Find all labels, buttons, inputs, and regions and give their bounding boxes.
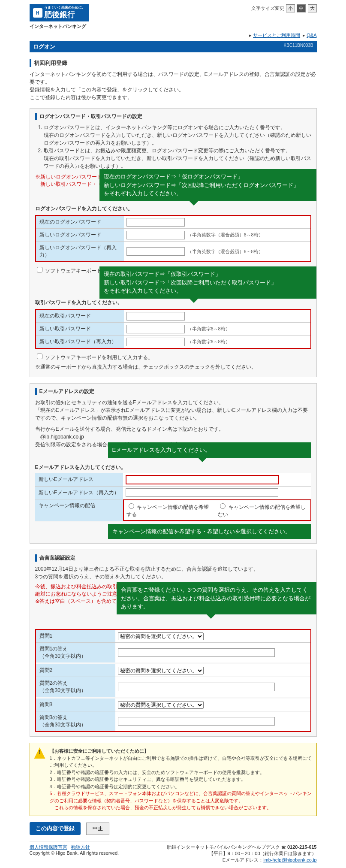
input-new-logon-pw[interactable] [126, 231, 185, 239]
chk-soft-kb-1[interactable] [37, 267, 42, 272]
font-size-label: 文字サイズ変更 [251, 6, 284, 11]
intro-text: インターネットバンキングを初めてご利用する場合は、パスワードの設定、Eメールアド… [30, 70, 317, 101]
txn-pw-caption: 取引パスワードを入力してください。 [35, 299, 311, 306]
label-new-logon-pw: 新しいログオンパスワード [36, 229, 124, 241]
screen-code: KBC11BN003B [284, 43, 313, 51]
input-current-txn-pw[interactable] [126, 312, 185, 321]
link-privacy[interactable]: 個人情報保護宣言 [30, 844, 67, 850]
pw-section-heading: ログオンパスワード・取引パスワードの設定 [35, 113, 311, 120]
secret-section-heading: 合言葉認証設定 [35, 554, 311, 562]
email-section-heading: Eメールアドレスの設定 [35, 388, 311, 395]
input-new-email-confirm[interactable] [126, 488, 278, 497]
submit-button[interactable]: この内容で登録 [30, 822, 81, 835]
link-policy[interactable]: 勧誘方針 [71, 844, 90, 850]
soft-kb-note-2: ※通常のキーボードから直接入力する場合は、チェックボックスのチェックを外してくだ… [35, 363, 311, 371]
label-current-logon-pw: 現在のログオンパスワード [36, 216, 124, 228]
link-help-mail[interactable]: imb-help@higobank.co.jp [263, 857, 316, 862]
safety-title: 【お客様に安全にご利用していただくために】 [50, 748, 149, 753]
pw-description: ログオンパスワードとは、インターネットバンキング等にログオンする場合にご入力いた… [37, 124, 311, 170]
secret-desc: 2000年12月14日より第三者による不正な取引を防止するために、合言葉認証を追… [35, 565, 311, 581]
secret-tip: 合言葉をご登録ください。3つの質問を選択のうえ、その答えを入力してください。合言… [117, 582, 316, 614]
label-new-logon-pw-confirm: 新しいログオンパスワード（再入力） [36, 242, 124, 261]
email-caption: Eメールアドレスを入力してください。 [35, 464, 311, 471]
txn-pw-form: 現在の取引パスワード 新しい取引パスワード （半角数字6～8桁） 新しい取引パス… [35, 309, 311, 349]
warning-icon [34, 747, 45, 759]
campaign-tip: キャンペーン情報の配信を希望する・希望しないを選択してください。 [108, 524, 311, 539]
font-size-control: 文字サイズ変更 小 中 大 [251, 4, 316, 12]
input-new-logon-pw-confirm[interactable] [126, 247, 185, 256]
bank-name: 肥後銀行 [44, 10, 75, 19]
input-new-email[interactable] [126, 475, 279, 484]
safety-warning: 【お客様に安全にご利用していただくために】 1．ネットカフェ等インターネットが自… [30, 743, 317, 816]
email-tip: Eメールアドレスを入力してください。 [108, 442, 311, 458]
link-service-hours[interactable]: サービスとご利用時間 [253, 33, 300, 38]
input-current-logon-pw[interactable] [126, 218, 185, 227]
label-new-txn-pw: 新しい取引パスワード [36, 323, 124, 335]
logon-pw-tip: 現在のログオンパスワード⇒「仮ログオンパスワード」 新しいログオンパスワード⇒「… [99, 169, 316, 201]
link-qa[interactable]: Q&A [307, 33, 316, 38]
soft-kb-label-2: ソフトウェアキーボードを利用 [45, 354, 117, 360]
screen-title: ログオン [33, 43, 55, 51]
label-q1: 質問1 [36, 630, 115, 642]
label-q3: 質問3 [36, 699, 115, 711]
logo-icon: H [33, 8, 42, 18]
input-new-txn-pw-confirm[interactable] [126, 338, 185, 346]
select-q1[interactable]: 秘密の質問を選択してください。 [118, 632, 204, 640]
input-a3[interactable] [118, 717, 275, 726]
sub-brand: インターネットバンキング [30, 23, 89, 30]
cancel-button[interactable]: 中止 [86, 823, 109, 835]
input-a1[interactable] [118, 648, 275, 657]
logon-pw-caption: ログオンパスワードを入力してください。 [35, 205, 311, 212]
radio-campaign-no[interactable]: キャンペーン情報の配信を希望しない [218, 502, 307, 518]
label-new-email: 新しいEメールアドレス [35, 473, 123, 486]
label-a1: 質問1の答え （全角30文字以内） [36, 643, 115, 662]
select-q2[interactable]: 秘密の質問を選択してください。 [118, 667, 204, 674]
label-new-email-confirm: 新しいEメールアドレス（再入力） [35, 487, 123, 499]
txn-pw-tip: 現在の取引パスワード⇒「仮取引パスワード」 新しい取引パスワード⇒「次回以降ご利… [99, 266, 316, 299]
font-size-small[interactable]: 小 [286, 4, 295, 12]
copyright: Copyright © Higo Bank. All rights reserv… [30, 850, 119, 856]
font-size-medium[interactable]: 中 [297, 4, 306, 12]
radio-campaign-yes[interactable]: キャンペーン情報の配信を希望する [126, 502, 211, 518]
chk-soft-kb-2[interactable] [37, 354, 42, 359]
select-q3[interactable]: 秘密の質問を選択してください。 [118, 701, 204, 709]
email-desc: お取引の通知とセキュリティの通知を送るEメールアドレスを入力してください。 「現… [35, 399, 311, 422]
page-heading: 初回利用登録 [30, 59, 317, 67]
label-q2: 質問2 [36, 664, 115, 677]
label-campaign: キャンペーン情報の配信 [35, 499, 123, 521]
logo-tagline: うまくいく未来のために。 [44, 6, 85, 9]
label-new-txn-pw-confirm: 新しい取引パスワード（再入力） [36, 336, 124, 348]
label-a2: 質問2の答え （全角30文字以内） [36, 677, 115, 697]
label-current-txn-pw: 現在の取引パスワード [36, 310, 124, 322]
input-a2[interactable] [118, 683, 275, 691]
label-a3: 質問3の答え （全角30文字以内） [36, 711, 115, 731]
font-size-large[interactable]: 大 [308, 4, 317, 12]
logon-pw-form: 現在のログオンパスワード 新しいログオンパスワード （半角英数字（混合必須）6～… [35, 215, 311, 262]
helpdesk-info: 肥銀インターネットモバイルバンキングヘルプデスク ☎ 0120-215-615 … [167, 844, 317, 864]
input-new-txn-pw[interactable] [126, 325, 185, 333]
bank-logo: H うまくいく未来のために。 肥後銀行 [30, 4, 89, 21]
